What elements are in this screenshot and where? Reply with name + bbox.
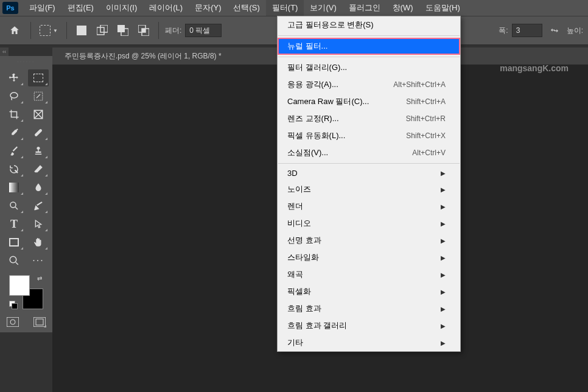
filter-neural[interactable]: 뉴럴 필터...: [278, 38, 460, 55]
svg-point-8: [10, 93, 18, 98]
zoom-tool[interactable]: [4, 252, 24, 269]
toolbox-drag-handle[interactable]: ······: [2, 60, 50, 67]
stamp-tool[interactable]: [28, 142, 49, 159]
eyedropper-tool[interactable]: [4, 124, 24, 141]
width-input[interactable]: [512, 24, 542, 37]
eraser-icon: [33, 164, 44, 175]
add-selection-button[interactable]: [94, 22, 111, 39]
rectangle-icon: [9, 237, 19, 247]
swap-wh-button[interactable]: [546, 22, 563, 39]
filter-stylize[interactable]: 스타일화▶: [278, 249, 460, 266]
brush-tool[interactable]: [4, 142, 24, 159]
menu-window[interactable]: 창(W): [387, 0, 419, 16]
selection-preset[interactable]: ▼: [37, 25, 60, 36]
filter-sharpen[interactable]: 선명 효과▶: [278, 232, 460, 249]
frame-tool[interactable]: [28, 106, 49, 123]
svg-rect-19: [36, 319, 43, 325]
hand-tool[interactable]: [28, 234, 49, 251]
menu-image[interactable]: 이미지(I): [100, 0, 143, 16]
menu-file[interactable]: 파일(F): [23, 0, 61, 16]
filter-other[interactable]: 기타▶: [278, 334, 460, 351]
marquee-icon: [33, 74, 43, 82]
filter-blur-gallery[interactable]: 흐림 효과 갤러리▶: [278, 317, 460, 334]
move-tool[interactable]: [4, 69, 24, 86]
marquee-tool[interactable]: [28, 69, 49, 86]
foreground-color[interactable]: [9, 275, 30, 296]
submenu-arrow-icon: ▶: [441, 254, 446, 261]
menu-view[interactable]: 보기(V): [304, 0, 342, 16]
eraser-tool[interactable]: [28, 161, 49, 178]
crop-tool[interactable]: [4, 106, 24, 123]
filter-lens-correction[interactable]: 렌즈 교정(R)...Shift+Ctrl+R: [278, 110, 460, 127]
filter-dropdown: 고급 필터용으로 변환(S) 뉴럴 필터... 필터 갤러리(G)... 응용 …: [277, 16, 461, 352]
menu-edit[interactable]: 편집(E): [61, 0, 100, 16]
subtract-selection-button[interactable]: [114, 22, 131, 39]
filter-blur[interactable]: 흐림 효과▶: [278, 300, 460, 317]
arrow-cursor-icon: [33, 219, 43, 229]
default-colors-icon[interactable]: [9, 301, 18, 309]
document-tab[interactable]: 주민등록증사진.psd @ 25% (레이어 1, RGB/8) *: [65, 51, 222, 61]
submenu-arrow-icon: ▶: [441, 340, 446, 346]
gradient-tool[interactable]: [4, 179, 24, 196]
screen-icon: [7, 317, 19, 327]
dodge-icon: [9, 200, 19, 211]
type-tool[interactable]: T: [4, 215, 24, 233]
eyedropper-icon: [9, 127, 19, 138]
svg-rect-16: [7, 317, 19, 327]
menu-layer[interactable]: 레이어(L): [143, 0, 189, 16]
filter-adaptive-wide[interactable]: 응용 광각(A)...Alt+Shift+Ctrl+A: [278, 76, 460, 93]
standard-mode[interactable]: [5, 315, 21, 329]
filter-render[interactable]: 렌더▶: [278, 198, 460, 215]
menu-help[interactable]: 도움말(H): [419, 0, 466, 16]
filter-camera-raw[interactable]: Camera Raw 필터(C)...Shift+Ctrl+A: [278, 93, 460, 110]
move-icon: [9, 72, 19, 83]
pen-tool[interactable]: [28, 197, 49, 214]
menu-plugins[interactable]: 플러그인: [343, 0, 387, 16]
filter-convert-smart[interactable]: 고급 필터용으로 변환(S): [278, 16, 460, 33]
panel-expand-handle[interactable]: ‹‹: [0, 47, 9, 56]
swap-icon: [550, 26, 559, 35]
edit-toolbar[interactable]: ···: [28, 252, 49, 269]
healing-tool[interactable]: [28, 124, 49, 141]
menu-type[interactable]: 문자(Y): [189, 0, 227, 16]
path-select-tool[interactable]: [28, 215, 49, 233]
screen-mode[interactable]: [32, 315, 47, 329]
svg-rect-0: [77, 26, 86, 35]
submenu-arrow-icon: ▶: [441, 170, 446, 177]
quick-select-tool[interactable]: [28, 88, 49, 105]
filter-pixelate[interactable]: 픽셀화▶: [278, 283, 460, 300]
feather-input[interactable]: [185, 24, 222, 37]
intersect-selection-button[interactable]: [135, 22, 152, 39]
blur-tool[interactable]: [28, 179, 49, 196]
history-brush-tool[interactable]: [4, 161, 24, 178]
history-brush-icon: [9, 164, 19, 175]
filter-3d[interactable]: 3D▶: [278, 166, 460, 181]
filter-noise[interactable]: 노이즈▶: [278, 181, 460, 198]
filter-vanishing-point[interactable]: 소실점(V)...Alt+Ctrl+V: [278, 144, 460, 161]
height-label: 높이:: [567, 26, 583, 36]
menu-filter[interactable]: 필터(T): [266, 0, 304, 16]
crop-icon: [9, 109, 19, 120]
filter-distort[interactable]: 왜곡▶: [278, 266, 460, 283]
chevron-down-icon: ▼: [53, 28, 58, 33]
submenu-arrow-icon: ▶: [441, 237, 446, 244]
submenu-arrow-icon: ▶: [441, 271, 446, 278]
app-logo[interactable]: Ps: [2, 2, 18, 14]
home-button[interactable]: [5, 21, 24, 40]
color-swatches[interactable]: ⇄: [9, 275, 43, 309]
submenu-arrow-icon: ▶: [441, 203, 446, 210]
svg-rect-11: [34, 128, 43, 137]
swap-colors-icon[interactable]: ⇄: [37, 275, 42, 282]
subtract-square-icon: [117, 25, 128, 36]
shape-tool[interactable]: [4, 234, 24, 251]
submenu-arrow-icon: ▶: [441, 220, 446, 227]
dodge-tool[interactable]: [4, 197, 24, 214]
lasso-tool[interactable]: [4, 88, 24, 105]
new-selection-button[interactable]: [73, 22, 90, 39]
filter-liquify[interactable]: 픽셀 유동화(L)...Shift+Ctrl+X: [278, 127, 460, 144]
stamp-icon: [33, 145, 44, 156]
menu-select[interactable]: 선택(S): [227, 0, 265, 16]
filter-video[interactable]: 비디오▶: [278, 215, 460, 232]
filter-gallery[interactable]: 필터 갤러리(G)...: [278, 59, 460, 76]
gradient-icon: [9, 183, 19, 192]
